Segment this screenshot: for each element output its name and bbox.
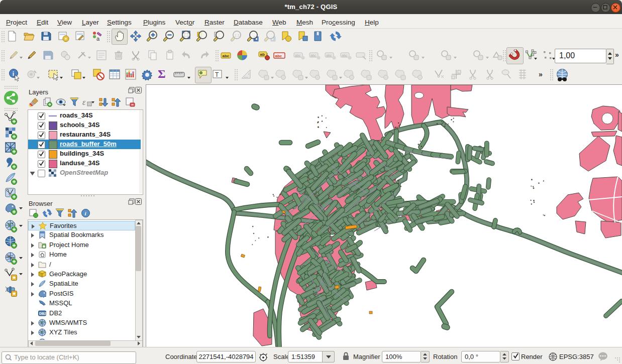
svg-text:ab: ab bbox=[260, 52, 265, 57]
svg-text:abc: abc bbox=[342, 54, 348, 57]
svg-text:ε: ε bbox=[82, 98, 86, 106]
svg-text:T: T bbox=[215, 71, 219, 78]
svg-text:abc: abc bbox=[310, 54, 317, 57]
svg-text:abc: abc bbox=[326, 54, 332, 57]
svg-text:DB2: DB2 bbox=[39, 312, 46, 315]
svg-text:1:1: 1:1 bbox=[235, 33, 240, 38]
svg-text:abc: abc bbox=[275, 54, 282, 58]
svg-text:abc: abc bbox=[223, 54, 230, 58]
svg-text:abc: abc bbox=[295, 54, 301, 57]
svg-text:a: a bbox=[96, 36, 100, 42]
